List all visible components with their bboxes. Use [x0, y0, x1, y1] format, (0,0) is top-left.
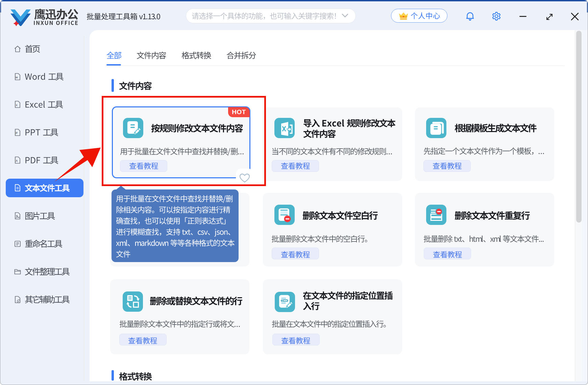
svg-text:w: w [15, 76, 18, 79]
svg-text:P: P [16, 131, 18, 135]
svg-text:x: x [16, 103, 18, 107]
svg-text:A: A [16, 159, 18, 162]
